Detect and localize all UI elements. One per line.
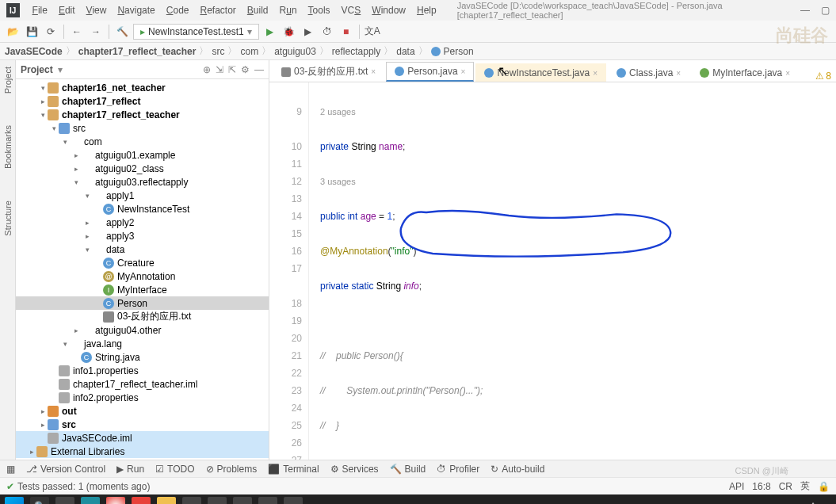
editor-tab[interactable]: Person.java× [386, 62, 474, 82]
app-icon-5[interactable] [258, 497, 277, 504]
line-sep[interactable]: CR [779, 481, 792, 492]
app-icon-4[interactable] [233, 497, 252, 504]
menu-file[interactable]: File [28, 3, 52, 17]
menu-run[interactable]: Run [275, 3, 302, 17]
hide-icon[interactable]: — [254, 64, 264, 75]
structure-tool-button[interactable]: Structure [3, 200, 13, 236]
code-lines[interactable]: 2 usages private String name; 3 usages p… [309, 82, 836, 460]
tree-row[interactable]: ▸atguigu01.example [16, 148, 269, 162]
project-tree[interactable]: ▾chapter16_net_teacher▸chapter17_reflect… [16, 79, 269, 460]
tree-row[interactable]: ▸chapter17_reflect [16, 94, 269, 108]
bc-2[interactable]: src [212, 46, 224, 57]
tree-row[interactable]: 03-反射的应用.txt [16, 310, 269, 323]
menu-code[interactable]: Code [162, 3, 194, 17]
bc-0[interactable]: JavaSECode [5, 46, 63, 57]
menu-navigate[interactable]: Navigate [113, 3, 159, 17]
tree-row[interactable]: ▾chapter17_reflect_teacher [16, 108, 269, 121]
tree-row[interactable]: ▾data [16, 242, 269, 256]
vcs-tool[interactable]: ⎇ Version Control [26, 464, 105, 475]
close-tab-icon[interactable]: × [371, 67, 376, 76]
menu-vcs[interactable]: VCS [337, 3, 366, 17]
start-button[interactable] [5, 497, 24, 504]
app-icon-6[interactable] [284, 497, 303, 504]
tree-row[interactable]: ▸out [16, 404, 269, 418]
tree-row[interactable]: JavaSECode.iml [16, 431, 269, 445]
chrome-icon[interactable] [106, 497, 125, 504]
expand-icon[interactable]: ⇲ [216, 64, 223, 75]
warning-icon[interactable]: ⚠ [815, 71, 824, 82]
tree-row[interactable]: ▸Scratches and Consoles [16, 458, 269, 460]
save-icon[interactable]: 💾 [24, 24, 40, 40]
menu-refactor[interactable]: Refactor [195, 3, 240, 17]
tree-row[interactable]: ▾apply1 [16, 189, 269, 202]
bc-4[interactable]: atguigu03 [274, 46, 316, 57]
services-tool[interactable]: ⚙ Services [330, 464, 379, 475]
edge-icon[interactable] [81, 497, 100, 504]
tree-row[interactable]: info2.properties [16, 391, 269, 404]
bc-1[interactable]: chapter17_reflect_teacher [78, 46, 197, 57]
tree-row[interactable]: ▾com [16, 135, 269, 148]
forward-icon[interactable]: → [88, 24, 104, 40]
terminal-tool[interactable]: ⬛ Terminal [268, 464, 319, 475]
bc-5[interactable]: reflectapply [332, 46, 380, 57]
debug-icon[interactable]: 🐞 [281, 24, 297, 40]
editor-tab[interactable]: Class.java× [608, 63, 689, 82]
app-icon-3[interactable] [208, 497, 227, 504]
tree-row[interactable]: @MyAnnotation [16, 269, 269, 283]
tree-row[interactable]: info1.properties [16, 364, 269, 377]
run-tool[interactable]: ▶ Run [116, 464, 144, 475]
tree-row[interactable]: ▾atguigu03.reflectapply [16, 175, 269, 189]
profiler-tool[interactable]: ⏱ Profiler [437, 464, 479, 475]
build-tool[interactable]: 🔨 Build [390, 464, 426, 475]
tree-row[interactable]: ▸atguigu04.other [16, 323, 269, 337]
bc-6[interactable]: data [396, 46, 414, 57]
editor-tab[interactable]: 03-反射的应用.txt× [273, 61, 384, 82]
menu-tools[interactable]: Tools [303, 3, 335, 17]
tree-row[interactable]: ▸apply2 [16, 216, 269, 229]
tree-row[interactable]: ▸atguigu02_class [16, 162, 269, 175]
close-tab-icon[interactable]: × [785, 69, 790, 78]
project-tool-button[interactable]: Project [3, 67, 13, 94]
menu-view[interactable]: View [82, 3, 112, 17]
maximize-icon[interactable]: ▢ [821, 5, 830, 16]
tray-cloud-icon[interactable]: ☁ [822, 501, 831, 504]
bc-7[interactable]: Person [444, 46, 474, 57]
menu-help[interactable]: Help [412, 3, 441, 17]
close-tab-icon[interactable]: × [676, 69, 681, 78]
app-icon-2[interactable] [182, 497, 201, 504]
tray-up-icon[interactable]: ^ [811, 501, 815, 504]
translate-icon[interactable]: 文A [365, 24, 380, 40]
api-indicator[interactable]: API [729, 481, 744, 492]
bookmarks-tool-button[interactable]: Bookmarks [3, 125, 13, 169]
tree-row[interactable]: ▸src [16, 418, 269, 431]
search-icon[interactable]: 🔍 [30, 497, 49, 504]
problems-tool[interactable]: ⊘ Problems [206, 464, 258, 475]
tree-row[interactable]: CString.java [16, 350, 269, 364]
tree-row[interactable]: ▾src [16, 121, 269, 135]
minimize-icon[interactable]: — [800, 5, 810, 16]
settings-icon[interactable]: ⚙ [241, 64, 250, 75]
menu-build[interactable]: Build [242, 3, 273, 17]
task-view-icon[interactable] [55, 497, 74, 504]
tree-row[interactable]: ▾java.lang [16, 337, 269, 350]
bc-3[interactable]: com [240, 46, 258, 57]
code-editor[interactable]: 9101112131415161718192021222324252627 2 … [269, 82, 836, 460]
stop-icon[interactable]: ■ [338, 24, 354, 40]
todo-tool[interactable]: ☑ TODO [155, 464, 194, 475]
editor-tab[interactable]: MyInterface.java× [691, 63, 799, 82]
ime-indicator[interactable]: 英 [800, 479, 810, 493]
menu-window[interactable]: Window [367, 3, 410, 17]
editor-tab[interactable]: NewInstanceTest.java× [475, 63, 606, 82]
tree-row[interactable]: CCreature [16, 256, 269, 269]
run-config-select[interactable]: ▸ NewInstanceTest.test1 ▾ [133, 24, 259, 40]
tree-row[interactable]: IMyInterface [16, 283, 269, 296]
tree-row[interactable]: chapter17_reflect_teacher.iml [16, 377, 269, 391]
collapse-icon[interactable]: ⇱ [228, 64, 236, 75]
explorer-icon[interactable] [157, 497, 176, 504]
autobuild-tool[interactable]: ↻ Auto-build [491, 464, 544, 475]
coverage-icon[interactable]: ▶ [300, 24, 316, 40]
tree-row[interactable]: ▸External Libraries [16, 445, 269, 458]
tree-row[interactable]: ▾chapter16_net_teacher [16, 81, 269, 94]
tree-row[interactable]: CPerson [16, 296, 269, 310]
close-tab-icon[interactable]: × [461, 67, 466, 76]
